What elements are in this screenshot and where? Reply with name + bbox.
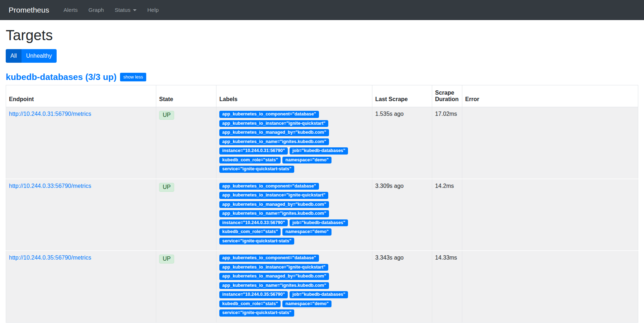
endpoint-link[interactable]: http://10.244.0.35:56790/metrics: [9, 255, 91, 261]
target-label-badge: app_kubernetes_io_name="ignites.kubedb.c…: [219, 282, 329, 289]
col-header-endpoint: Endpoint: [6, 85, 156, 107]
nav-item-help[interactable]: Help: [147, 7, 159, 13]
target-label-badge: app_kubernetes_io_name="ignites.kubedb.c…: [219, 210, 329, 217]
state-up-badge: UP: [159, 111, 174, 120]
state-up-badge: UP: [159, 255, 174, 264]
show-less-button[interactable]: show less: [120, 73, 146, 81]
last-scrape-value: 1.535s ago: [372, 107, 432, 179]
target-label-badge: app_kubernetes_io_component="database": [219, 255, 319, 262]
navbar-brand[interactable]: Prometheus: [9, 6, 49, 14]
caret-down-icon: [133, 9, 137, 11]
target-filter-group: All Unhealthy: [6, 49, 57, 63]
table-row: http://10.244.0.35:56790/metrics UP app_…: [6, 251, 638, 322]
page-title: Targets: [6, 27, 638, 43]
target-label-badge: instance="10.244.0.33:56790": [219, 219, 288, 227]
target-label-badge: app_kubernetes_io_component="database": [219, 111, 319, 118]
target-label-badge: job="kubedb-databases": [290, 291, 348, 298]
error-value: [462, 179, 638, 251]
table-header-row: Endpoint State Labels Last Scrape Scrape…: [6, 85, 638, 107]
scrape-duration-value: 14.33ms: [432, 251, 462, 322]
nav-item-graph[interactable]: Graph: [89, 7, 104, 13]
target-label-badge: instance="10.244.0.31:56790": [219, 147, 288, 155]
target-label-badge: app_kubernetes_io_name="ignites.kubedb.c…: [219, 138, 329, 146]
target-label-badge: namespace="demo": [282, 300, 331, 308]
nav-item-status[interactable]: Status: [115, 7, 137, 13]
target-label-badge: job="kubedb-databases": [290, 219, 348, 227]
target-label-badge: kubedb_com_role="stats": [219, 300, 281, 308]
error-value: [462, 107, 638, 179]
state-up-badge: UP: [159, 183, 174, 192]
target-label-badge: app_kubernetes_io_managed_by="kubedb.com…: [219, 129, 329, 136]
target-label-badge: service="ignite-quickstart-stats": [219, 166, 294, 173]
filter-all-button[interactable]: All: [6, 49, 22, 63]
job-title: kubedb-databases (3/3 up): [6, 72, 116, 82]
col-header-state: State: [156, 85, 216, 107]
target-label-badge: app_kubernetes_io_instance="ignite-quick…: [219, 120, 328, 127]
col-header-scrape-duration: Scrape Duration: [432, 85, 462, 107]
target-label-badge: kubedb_com_role="stats": [219, 157, 281, 164]
target-label-badge: kubedb_com_role="stats": [219, 228, 281, 236]
last-scrape-value: 3.309s ago: [372, 179, 432, 251]
labels-cell: app_kubernetes_io_component="database"ap…: [219, 255, 369, 319]
col-header-error: Error: [462, 85, 638, 107]
target-label-badge: instance="10.244.0.35:56790": [219, 291, 288, 298]
target-label-badge: namespace="demo": [282, 157, 331, 164]
main-content: Targets All Unhealthy kubedb-databases (…: [0, 27, 644, 323]
job-header: kubedb-databases (3/3 up) show less: [6, 72, 638, 82]
target-label-badge: app_kubernetes_io_component="database": [219, 183, 319, 190]
target-label-badge: app_kubernetes_io_managed_by="kubedb.com…: [219, 273, 329, 280]
target-label-badge: app_kubernetes_io_instance="ignite-quick…: [219, 264, 328, 271]
filter-unhealthy-button[interactable]: Unhealthy: [22, 49, 57, 63]
scrape-duration-value: 14.2ms: [432, 179, 462, 251]
target-label-badge: service="ignite-quickstart-stats": [219, 309, 294, 317]
table-row: http://10.244.0.31:56790/metrics UP app_…: [6, 107, 638, 179]
target-label-badge: service="ignite-quickstart-stats": [219, 238, 294, 245]
labels-cell: app_kubernetes_io_component="database"ap…: [219, 183, 369, 247]
labels-cell: app_kubernetes_io_component="database"ap…: [219, 111, 369, 175]
endpoint-link[interactable]: http://10.244.0.33:56790/metrics: [9, 183, 91, 189]
nav-item-alerts[interactable]: Alerts: [63, 7, 78, 13]
target-label-badge: app_kubernetes_io_instance="ignite-quick…: [219, 192, 328, 199]
endpoint-link[interactable]: http://10.244.0.31:56790/metrics: [9, 111, 91, 117]
col-header-last-scrape: Last Scrape: [372, 85, 432, 107]
target-label-badge: job="kubedb-databases": [290, 147, 348, 155]
nav-item-status-label: Status: [115, 7, 130, 13]
scrape-duration-value: 17.02ms: [432, 107, 462, 179]
col-header-labels: Labels: [216, 85, 372, 107]
table-row: http://10.244.0.33:56790/metrics UP app_…: [6, 179, 638, 251]
target-label-badge: app_kubernetes_io_managed_by="kubedb.com…: [219, 201, 329, 208]
top-navbar: Prometheus Alerts Graph Status Help: [0, 0, 644, 20]
last-scrape-value: 3.343s ago: [372, 251, 432, 322]
error-value: [462, 251, 638, 322]
targets-table: Endpoint State Labels Last Scrape Scrape…: [6, 85, 638, 323]
target-label-badge: namespace="demo": [282, 228, 331, 236]
